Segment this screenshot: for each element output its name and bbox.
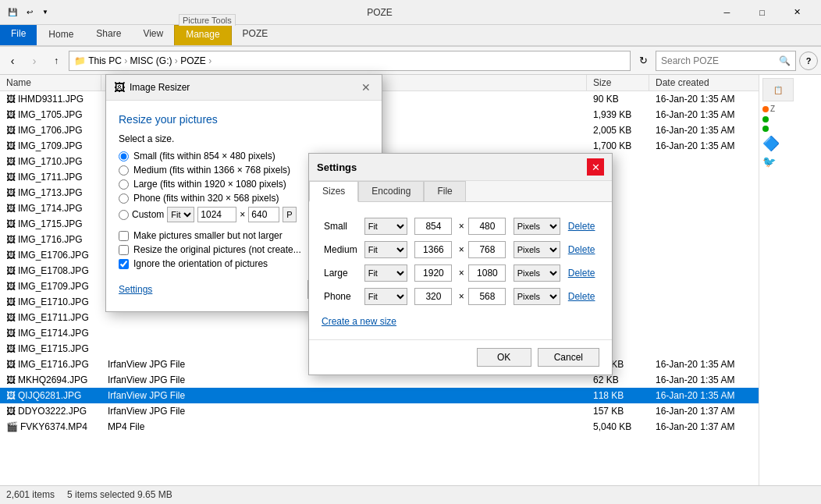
size-name-large: Large <box>324 268 348 279</box>
custom-height-input[interactable] <box>248 207 279 222</box>
dialog-title-bar: 🖼 Image Resizer ✕ <box>106 75 382 101</box>
size-width-phone[interactable] <box>414 288 452 305</box>
tab-manage[interactable]: Manage <box>174 25 231 45</box>
breadcrumb: 📁 This PC › MISC (G:) › POZE › <box>74 55 211 66</box>
title-bar: 💾 ↩ ▼ POZE ─ □ ✕ Picture Tools <box>0 0 821 25</box>
window-title: POZE <box>50 7 709 18</box>
tab-home[interactable]: Home <box>37 25 85 45</box>
size-width-medium[interactable] <box>414 241 452 258</box>
selected-info: 5 items selected 9.65 MB <box>67 489 172 500</box>
notification-1: 📋 <box>762 78 794 101</box>
resizer-icon: 🖼 <box>114 81 125 94</box>
notification-6: 🐦 <box>762 155 818 168</box>
settings-close-button[interactable]: ✕ <box>587 158 604 176</box>
ribbon: Picture Tools File Home Share View Manag… <box>0 25 821 47</box>
tab-file[interactable]: File <box>424 181 465 201</box>
tab-view[interactable]: View <box>132 25 174 45</box>
delete-small[interactable]: Delete <box>568 221 595 232</box>
tab-file[interactable]: File <box>0 25 37 45</box>
custom-x-label: × <box>240 209 245 220</box>
size-name-small: Small <box>324 221 347 232</box>
create-new-size-link[interactable]: Create a new size <box>322 316 599 327</box>
ok-button[interactable]: OK <box>477 348 531 367</box>
size-unit-medium[interactable]: Pixels <box>514 241 560 258</box>
cancel-button[interactable]: Cancel <box>538 348 599 367</box>
size-height-phone[interactable] <box>468 288 506 305</box>
tab-encoding[interactable]: Encoding <box>358 181 424 201</box>
col-name[interactable]: Name <box>0 75 101 91</box>
quick-access-save[interactable]: 💾 <box>6 6 19 19</box>
settings-body: Small Fit × Pixels Delete Medium Fit × P… <box>309 202 612 339</box>
size-unit-large[interactable]: Pixels <box>514 264 560 282</box>
size-width-small[interactable] <box>414 218 452 235</box>
tab-sizes[interactable]: Sizes <box>309 181 358 202</box>
dialog-heading: Resize your pictures <box>119 113 369 126</box>
col-size[interactable]: Size <box>587 75 649 91</box>
size-fit-large[interactable]: Fit <box>364 264 407 282</box>
close-button[interactable]: ✕ <box>780 0 815 25</box>
size-name-medium: Medium <box>324 244 357 255</box>
delete-large[interactable]: Delete <box>568 268 595 279</box>
custom-unit-button[interactable]: P <box>283 207 296 222</box>
tab-poze[interactable]: POZE <box>232 25 279 45</box>
size-row-medium: Medium Fit × Pixels Delete <box>322 238 599 261</box>
size-width-large[interactable] <box>414 264 452 282</box>
dialog-title-text: Image Resizer <box>130 82 190 93</box>
address-box[interactable]: 📁 This PC › MISC (G:) › POZE › <box>69 51 631 71</box>
settings-title-text: Settings <box>317 161 357 173</box>
notification-5: 🔷 <box>762 135 818 152</box>
item-count: 2,601 items <box>6 489 55 500</box>
tab-share[interactable]: Share <box>85 25 132 45</box>
notification-4 <box>762 126 818 132</box>
quick-access-down[interactable]: ▼ <box>41 6 50 19</box>
custom-width-input[interactable] <box>197 207 236 222</box>
settings-title-bar: Settings ✕ <box>309 154 612 181</box>
quick-access-undo[interactable]: ↩ <box>23 6 36 19</box>
delete-medium[interactable]: Delete <box>568 244 595 255</box>
size-row-small: Small Fit × Pixels Delete <box>322 215 599 238</box>
settings-tabs-bar: Sizes Encoding File <box>309 181 612 202</box>
maximize-button[interactable]: □ <box>745 0 780 25</box>
search-icon: 🔍 <box>779 55 791 66</box>
size-name-phone: Phone <box>324 291 351 302</box>
right-panel: 📋 Z 🔷 🐦 <box>759 75 821 485</box>
search-input[interactable] <box>661 55 776 66</box>
settings-link[interactable]: Settings <box>119 284 152 295</box>
settings-dialog: Settings ✕ Sizes Encoding File Small Fit… <box>308 153 613 375</box>
minimize-button[interactable]: ─ <box>709 0 745 25</box>
file-row[interactable]: 🖼DDYO3222.JPG IrfanView JPG File 157 KB … <box>0 403 759 419</box>
nav-forward[interactable]: › <box>25 51 44 70</box>
settings-footer: OK Cancel <box>309 339 612 374</box>
size-fit-medium[interactable]: Fit <box>364 241 407 258</box>
help-button[interactable]: ? <box>799 51 818 70</box>
nav-up[interactable]: ↑ <box>47 51 66 70</box>
size-height-medium[interactable] <box>468 241 506 258</box>
size-row-large: Large Fit × Pixels Delete <box>322 261 599 285</box>
status-bar: 2,601 items 5 items selected 9.65 MB <box>0 485 821 502</box>
notification-2: Z <box>762 105 818 113</box>
refresh-button[interactable]: ↻ <box>634 51 652 70</box>
nav-back[interactable]: ‹ <box>3 51 22 70</box>
custom-fit-select[interactable]: Fit <box>167 207 194 222</box>
search-box[interactable]: 🔍 <box>656 51 796 71</box>
size-unit-phone[interactable]: Pixels <box>514 288 560 305</box>
delete-phone[interactable]: Delete <box>568 291 595 302</box>
file-row-selected[interactable]: 🖼QIJQ6281.JPG IrfanView JPG File 118 KB … <box>0 388 759 403</box>
col-date[interactable]: Date created <box>649 75 759 91</box>
size-height-large[interactable] <box>468 264 506 282</box>
dialog-close-button[interactable]: ✕ <box>358 80 374 95</box>
file-row[interactable]: 🎬FVKY6374.MP4 MP4 File 5,040 KB 16-Jan-2… <box>0 419 759 435</box>
size-unit-small[interactable]: Pixels <box>514 218 560 235</box>
dialog-select-label: Select a size. <box>119 133 369 144</box>
address-bar: ‹ › ↑ 📁 This PC › MISC (G:) › POZE › ↻ 🔍… <box>0 47 821 75</box>
sizes-table: Small Fit × Pixels Delete Medium Fit × P… <box>322 215 599 308</box>
size-height-small[interactable] <box>468 218 506 235</box>
size-fit-phone[interactable]: Fit <box>364 288 407 305</box>
picture-tools-tab-label: Picture Tools <box>179 14 236 26</box>
size-row-phone: Phone Fit × Pixels Delete <box>322 285 599 308</box>
size-fit-small[interactable]: Fit <box>364 218 407 235</box>
notification-3 <box>762 116 818 122</box>
